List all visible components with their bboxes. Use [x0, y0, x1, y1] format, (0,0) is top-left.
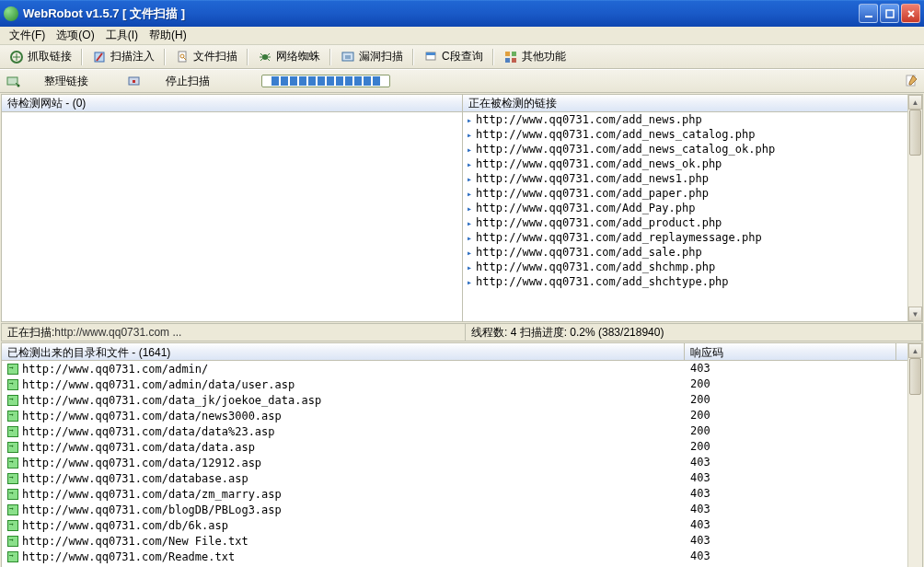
result-row[interactable]: http://www.qq0731.com/data/news3000.asp2…	[2, 408, 907, 423]
file-icon	[7, 411, 18, 422]
result-row[interactable]: http://www.qq0731.com/New File.txt403	[2, 533, 907, 549]
result-code: 403	[685, 470, 896, 486]
results-header: 已检测出来的目录和文件 - (1641) 响应码	[2, 343, 907, 361]
right-scrollbar[interactable]: ▲ ▼	[907, 95, 922, 321]
result-row[interactable]: http://www.qq0731.com/database.asp403	[2, 470, 907, 486]
link-url: http://www.qq0731.com/add_news_catalog_o…	[476, 143, 775, 156]
link-item[interactable]: ▸http://www.qq0731.com/add_paper.php	[463, 186, 907, 201]
spider-label: 网络蜘蛛	[276, 49, 320, 64]
status-left: 正在扫描:http://www.qq0731.com ...	[2, 324, 466, 341]
menu-tools[interactable]: 工具(I)	[100, 26, 144, 45]
link-item[interactable]: ▸http://www.qq0731.com/add_product.php	[463, 215, 907, 230]
scroll-up-icon[interactable]: ▲	[908, 95, 922, 110]
result-code: 403	[685, 549, 896, 564]
pending-sites-pane: 待检测网站 - (0)	[2, 95, 463, 321]
titlebar: WebRobot v1.5.7 [ 文件扫描 ]	[0, 0, 924, 27]
result-url: http://www.qq0731.com/data/data.asp	[22, 441, 255, 454]
result-url: http://www.qq0731.com/data_jk/joekoe_dat…	[22, 394, 321, 407]
link-item[interactable]: ▸http://www.qq0731.com/add_shchmp.php	[463, 260, 907, 274]
results-col-path[interactable]: 已检测出来的目录和文件 - (1641)	[2, 343, 685, 360]
svg-rect-11	[512, 52, 516, 56]
file-scan-button[interactable]: 文件扫描	[169, 47, 243, 67]
svg-rect-9	[426, 52, 435, 55]
result-row[interactable]: http://www.qq0731.com/data/data%23.asp20…	[2, 423, 907, 439]
pending-sites-header[interactable]: 待检测网站 - (0)	[2, 95, 462, 112]
organize-icon[interactable]	[6, 74, 20, 88]
results-col-code[interactable]: 响应码	[685, 343, 896, 360]
grab-links-button[interactable]: 抓取链接	[4, 47, 77, 67]
result-code: 200	[685, 439, 896, 455]
scroll-down-icon[interactable]: ▼	[908, 307, 922, 321]
result-row[interactable]: http://www.qq0731.com/db/6k.asp403	[2, 517, 907, 533]
status-scanning-label: 正在扫描:	[7, 325, 54, 341]
scanning-links-list[interactable]: ▸http://www.qq0731.com/add_news.php▸http…	[463, 112, 907, 321]
vuln-scan-button[interactable]: 漏洞扫描	[335, 47, 409, 67]
menu-options[interactable]: 选项(O)	[51, 26, 99, 45]
result-row[interactable]: http://www.qq0731.com/data/zm_marry.asp4…	[2, 486, 907, 502]
bullet-icon: ▸	[467, 248, 472, 258]
link-item[interactable]: ▸http://www.qq0731.com/add_news1.php	[463, 171, 907, 186]
bullet-icon: ▸	[467, 115, 472, 125]
svg-rect-4	[179, 52, 186, 62]
scroll-up-icon[interactable]: ▲	[908, 343, 922, 358]
c-query-button[interactable]: C段查询	[418, 47, 489, 67]
minimize-button[interactable]	[859, 4, 878, 23]
c-query-icon	[423, 50, 438, 64]
result-code: 403	[685, 455, 896, 470]
result-row[interactable]: http://www.qq0731.com/Readme.txt403	[2, 549, 907, 564]
maximize-button[interactable]	[880, 4, 899, 23]
other-button[interactable]: 其他功能	[498, 47, 572, 67]
bullet-icon: ▸	[467, 277, 472, 287]
scanning-links-header[interactable]: 正在被检测的链接	[463, 95, 907, 112]
file-icon	[7, 395, 18, 406]
file-icon	[7, 364, 18, 375]
progress-bar	[261, 75, 390, 87]
link-item[interactable]: ▸http://www.qq0731.com/add_sale.php	[463, 245, 907, 260]
link-item[interactable]: ▸http://www.qq0731.com/add_replaymessage…	[463, 230, 907, 245]
organize-label[interactable]: 整理链接	[44, 74, 88, 89]
bullet-icon: ▸	[467, 262, 472, 272]
results-body[interactable]: http://www.qq0731.com/admin/403http://ww…	[2, 361, 907, 567]
result-code: 200	[685, 376, 896, 392]
link-item[interactable]: ▸http://www.qq0731.com/Add_Pay.php	[463, 201, 907, 215]
file-icon	[7, 504, 18, 515]
result-row[interactable]: http://www.qq0731.com/blogDB/PBLog3.asp4…	[2, 502, 907, 517]
result-url: http://www.qq0731.com/Readme.txt	[22, 550, 235, 563]
file-icon	[7, 426, 18, 437]
results-scrollbar[interactable]: ▲ ▼	[907, 343, 922, 567]
other-label: 其他功能	[522, 49, 566, 64]
link-item[interactable]: ▸http://www.qq0731.com/add_news_catalog.…	[463, 127, 907, 142]
menu-help[interactable]: 帮助(H)	[144, 26, 192, 45]
menu-file[interactable]: 文件(F)	[4, 26, 51, 45]
link-item[interactable]: ▸http://www.qq0731.com/add_news_ok.php	[463, 156, 907, 171]
result-url: http://www.qq0731.com/data/12912.asp	[22, 457, 261, 469]
edit-icon[interactable]	[904, 74, 918, 88]
link-url: http://www.qq0731.com/add_paper.php	[476, 187, 709, 200]
link-item[interactable]: ▸http://www.qq0731.com/add_shchtype.php	[463, 274, 907, 289]
stop-label[interactable]: 停止扫描	[166, 74, 210, 89]
link-item[interactable]: ▸http://www.qq0731.com/add_news.php	[463, 112, 907, 127]
result-row[interactable]: http://www.qq0731.com/data/12912.asp403	[2, 455, 907, 470]
app-icon	[4, 6, 18, 21]
close-button[interactable]	[901, 4, 920, 23]
scroll-thumb[interactable]	[909, 110, 921, 156]
result-row[interactable]: http://www.qq0731.com/data/data.asp200	[2, 439, 907, 455]
scan-inject-button[interactable]: 扫描注入	[87, 47, 160, 67]
file-scan-label: 文件扫描	[193, 49, 237, 64]
statusbar: 正在扫描:http://www.qq0731.com ... 线程数: 4 扫描…	[1, 323, 923, 341]
svg-point-6	[262, 54, 268, 60]
pending-sites-body	[2, 112, 462, 321]
link-item[interactable]: ▸http://www.qq0731.com/add_news_catalog_…	[463, 142, 907, 156]
result-row[interactable]: http://www.qq0731.com/admin/403	[2, 361, 907, 376]
result-row[interactable]: http://www.qq0731.com/admin/data/user.as…	[2, 376, 907, 392]
result-row[interactable]: http://www.qq0731.com/data_jk/joekoe_dat…	[2, 392, 907, 408]
scroll-thumb[interactable]	[909, 358, 921, 395]
svg-rect-13	[512, 58, 516, 63]
link-url: http://www.qq0731.com/add_shchtype.php	[476, 275, 729, 288]
stop-icon[interactable]	[127, 74, 142, 88]
file-icon	[7, 536, 18, 547]
spider-button[interactable]: 网络蜘蛛	[252, 47, 326, 67]
spider-icon	[258, 50, 272, 64]
scanning-links-pane: 正在被检测的链接 ▸http://www.qq0731.com/add_news…	[463, 95, 907, 321]
vuln-scan-label: 漏洞扫描	[359, 49, 403, 64]
